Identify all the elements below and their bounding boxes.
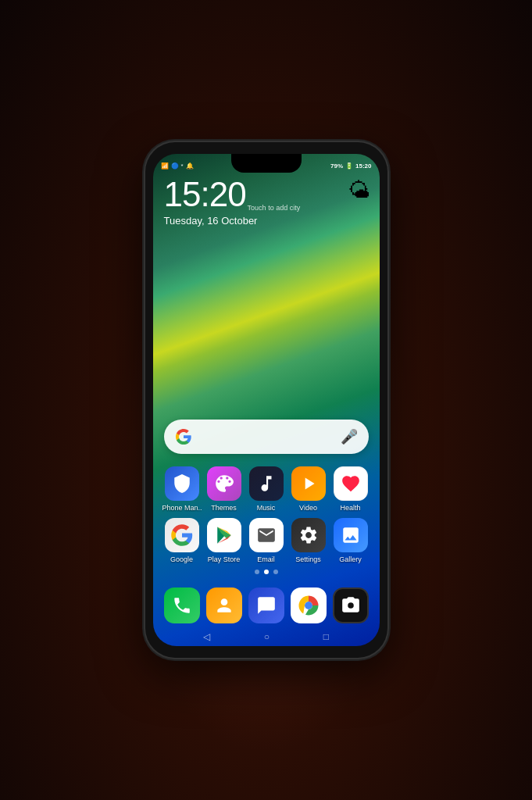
- battery-pct: 79%: [330, 162, 343, 170]
- dock-icon-messages: [248, 588, 284, 623]
- clock-date: Tuesday, 16 October: [164, 215, 301, 227]
- notch: [231, 154, 302, 173]
- app-label-settings: Settings: [295, 555, 321, 563]
- dock: [161, 579, 372, 632]
- app-icon-phone-manager: [165, 466, 199, 501]
- app-themes[interactable]: Themes: [205, 466, 244, 512]
- app-icon-music: [249, 466, 284, 501]
- svg-point-4: [305, 602, 312, 609]
- app-grid: Phone Man... Themes: [161, 466, 372, 570]
- app-icon-email: [249, 518, 284, 552]
- clock-touch-label[interactable]: Touch to add city: [248, 204, 301, 212]
- nfc-icon: *: [181, 162, 184, 170]
- nav-recent[interactable]: □: [323, 631, 329, 642]
- nav-back[interactable]: ◁: [203, 631, 210, 642]
- dock-icon-contacts: [206, 588, 242, 623]
- status-right-info: 79% 🔋 15:20: [330, 162, 371, 170]
- bluetooth-icon: 🔵: [171, 162, 179, 170]
- weather-widget[interactable]: 🌤: [348, 177, 370, 203]
- clock-area: 15:20 Touch to add city Tuesday, 16 Octo…: [164, 177, 301, 227]
- app-label-music: Music: [257, 504, 276, 512]
- dock-icon-chrome: [291, 588, 327, 623]
- dock-icon-camera: [333, 588, 369, 623]
- dock-chrome[interactable]: [291, 588, 327, 623]
- dock-camera[interactable]: [333, 588, 369, 623]
- page-dot-3[interactable]: [273, 570, 278, 574]
- app-label-gallery: Gallery: [339, 555, 362, 563]
- app-row-2: Google Play Store: [161, 518, 372, 563]
- phone-screen: 📶 🔵 * 🔔 79% 🔋 15:20 15:20 Touch to add c…: [153, 154, 380, 646]
- app-phone-manager[interactable]: Phone Man...: [162, 466, 202, 512]
- search-bar[interactable]: 🎤: [164, 420, 369, 454]
- page-dots: [153, 570, 380, 574]
- app-row-1: Phone Man... Themes: [161, 466, 372, 512]
- app-icon-video: [291, 466, 326, 501]
- app-play-store[interactable]: Play Store: [205, 518, 244, 563]
- app-icon-play-store: [207, 518, 241, 552]
- status-left-icons: 📶 🔵 * 🔔: [161, 162, 194, 170]
- app-email[interactable]: Email: [247, 518, 286, 563]
- app-gallery[interactable]: Gallery: [331, 518, 370, 563]
- battery-icon: 🔋: [345, 162, 353, 170]
- dock-icon-phone: [164, 588, 200, 623]
- app-icon-gallery: [334, 518, 368, 552]
- page-dot-2[interactable]: [264, 570, 269, 574]
- app-health[interactable]: Health: [331, 466, 370, 512]
- dock-contacts[interactable]: [206, 588, 242, 623]
- status-time: 15:20: [355, 162, 371, 170]
- nav-bar: ◁ ○ □: [153, 629, 380, 645]
- page-dot-1[interactable]: [255, 570, 259, 574]
- app-label-video: Video: [299, 504, 317, 512]
- phone-device: 📶 🔵 * 🔔 79% 🔋 15:20 15:20 Touch to add c…: [145, 142, 387, 658]
- app-music[interactable]: Music: [247, 466, 286, 512]
- weather-emoji: 🌤: [348, 178, 370, 202]
- app-icon-health: [334, 466, 368, 501]
- app-label-google: Google: [170, 555, 193, 563]
- app-settings[interactable]: Settings: [289, 518, 328, 563]
- app-icon-settings: [291, 518, 326, 552]
- volume-icon: 🔔: [186, 162, 194, 170]
- sim-icon: 📶: [161, 162, 169, 170]
- app-label-email: Email: [257, 555, 275, 563]
- app-icon-google: [165, 518, 199, 552]
- clock-time: 15:20: [164, 177, 246, 212]
- dock-messages[interactable]: [248, 588, 284, 623]
- app-label-themes: Themes: [211, 504, 237, 512]
- google-logo: [175, 428, 192, 445]
- mic-icon[interactable]: 🎤: [341, 428, 358, 445]
- dock-phone[interactable]: [164, 588, 200, 623]
- app-icon-themes: [207, 466, 241, 501]
- app-google[interactable]: Google: [162, 518, 202, 563]
- app-label-play-store: Play Store: [208, 555, 241, 563]
- app-label-phone-manager: Phone Man...: [162, 504, 202, 512]
- app-video[interactable]: Video: [289, 466, 328, 512]
- app-label-health: Health: [340, 504, 360, 512]
- nav-home[interactable]: ○: [264, 631, 270, 642]
